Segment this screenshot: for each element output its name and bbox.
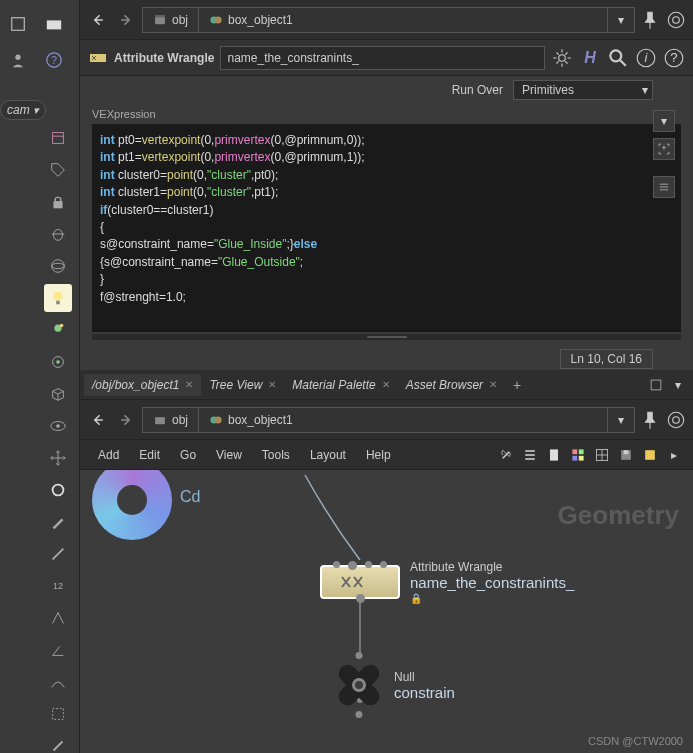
list-icon[interactable] (519, 444, 541, 466)
houdini-icon[interactable]: H (579, 47, 601, 69)
curve-icon[interactable] (44, 668, 72, 696)
slider-icon[interactable] (653, 176, 675, 198)
tab[interactable]: Tree View✕ (201, 374, 284, 396)
node-header: Attribute Wrangle H i ? (80, 40, 693, 76)
menu-edit[interactable]: Edit (129, 444, 170, 466)
back-button[interactable] (86, 8, 110, 32)
target-icon[interactable] (665, 409, 687, 431)
svg-point-2 (15, 55, 20, 60)
tab[interactable]: Material Palette✕ (284, 374, 397, 396)
menu-layout[interactable]: Layout (300, 444, 356, 466)
close-icon[interactable]: ✕ (489, 379, 497, 390)
svg-rect-23 (155, 15, 165, 17)
grid-icon[interactable] (567, 444, 589, 466)
pin-icon[interactable] (639, 409, 661, 431)
note-icon[interactable] (639, 444, 661, 466)
breadcrumb[interactable]: obj box_object1 ▾ (142, 7, 635, 33)
close-icon[interactable]: ✕ (185, 379, 193, 390)
svg-rect-22 (155, 17, 165, 24)
target-icon[interactable] (44, 348, 72, 376)
node-type: Null (394, 670, 455, 684)
code-editor[interactable]: int pt0=vertexpoint(0,primvertex(0,@prim… (92, 124, 681, 332)
cube-icon[interactable] (44, 380, 72, 408)
svg-point-12 (54, 292, 63, 301)
tool-icon[interactable] (40, 10, 68, 38)
forward-button[interactable] (114, 408, 138, 432)
svg-rect-40 (651, 380, 661, 390)
menu-add[interactable]: Add (88, 444, 129, 466)
dropdown-icon[interactable]: ▾ (653, 110, 675, 132)
forward-button[interactable] (114, 8, 138, 32)
select-icon[interactable] (44, 700, 72, 728)
menu-view[interactable]: View (206, 444, 252, 466)
save-icon[interactable] (615, 444, 637, 466)
bug-icon[interactable] (44, 220, 72, 248)
caret-icon[interactable]: ▸ (663, 444, 685, 466)
node-attribute-wrangle[interactable]: Attribute Wrangle name_the_constranints_… (320, 560, 574, 604)
light2-icon[interactable] (44, 316, 72, 344)
close-icon[interactable]: ✕ (268, 379, 276, 390)
close-icon[interactable]: ✕ (382, 379, 390, 390)
svg-rect-59 (624, 450, 629, 454)
gear-icon[interactable] (551, 47, 573, 69)
camera-dropdown[interactable]: cam ▾ (0, 100, 46, 120)
pin-icon[interactable] (639, 9, 661, 31)
svg-point-45 (673, 416, 680, 423)
pane-icon[interactable] (645, 374, 667, 396)
tag-icon[interactable] (44, 156, 72, 184)
search-icon[interactable] (607, 47, 629, 69)
person-icon[interactable] (4, 46, 32, 74)
svg-point-30 (610, 50, 621, 61)
svg-line-31 (620, 60, 626, 65)
light-icon[interactable] (44, 284, 72, 312)
menu-icon[interactable]: ▾ (667, 374, 689, 396)
layout-icon[interactable] (591, 444, 613, 466)
sweep-icon[interactable] (44, 604, 72, 632)
lock-icon[interactable] (44, 188, 72, 216)
resize-handle[interactable] (92, 334, 681, 340)
measure-icon[interactable]: 12 (44, 572, 72, 600)
lock-icon: 🔒 (410, 593, 574, 604)
wrangle-icon (88, 48, 108, 68)
target-icon[interactable] (665, 9, 687, 31)
pen-icon[interactable] (44, 540, 72, 568)
network-view[interactable]: Cd Geometry Attribute Wrangle name_the_c… (80, 470, 693, 753)
expand-icon[interactable]: + (653, 138, 675, 160)
node-null[interactable]: Null constrain (334, 660, 455, 710)
eye-icon[interactable] (44, 412, 72, 440)
menu-bar: AddEditGoViewToolsLayoutHelp ▸ (80, 440, 693, 470)
shelf-icon[interactable] (44, 124, 72, 152)
tool-icon[interactable] (44, 732, 72, 753)
move-icon[interactable] (44, 444, 72, 472)
page-icon[interactable] (543, 444, 565, 466)
angle-icon[interactable] (44, 636, 72, 664)
globe-icon[interactable] (44, 252, 72, 280)
help-icon[interactable]: ? (40, 46, 68, 74)
tab-bar: /obj/box_object1✕Tree View✕Material Pale… (80, 370, 693, 400)
add-tab-button[interactable]: + (505, 373, 529, 397)
brush-icon[interactable] (44, 508, 72, 536)
wrench-icon[interactable] (495, 444, 517, 466)
node-name-input[interactable] (220, 46, 545, 70)
menu-go[interactable]: Go (170, 444, 206, 466)
menu-tools[interactable]: Tools (252, 444, 300, 466)
svg-rect-13 (56, 301, 60, 305)
svg-rect-52 (579, 449, 584, 454)
svg-point-15 (60, 324, 64, 328)
back-button[interactable] (86, 408, 110, 432)
node-type-label: Attribute Wrangle (114, 51, 214, 65)
info-icon[interactable]: i (635, 47, 657, 69)
svg-point-20 (53, 485, 64, 496)
tab[interactable]: Asset Browser✕ (398, 374, 505, 396)
svg-rect-53 (572, 455, 577, 460)
circle-icon[interactable] (44, 476, 72, 504)
path-bar: obj box_object1 ▾ (80, 0, 693, 40)
svg-rect-51 (572, 449, 577, 454)
node-type: Attribute Wrangle (410, 560, 574, 574)
breadcrumb[interactable]: obj box_object1 ▾ (142, 407, 635, 433)
run-over-dropdown[interactable]: Primitives (513, 80, 653, 100)
help-icon[interactable]: ? (663, 47, 685, 69)
tab[interactable]: /obj/box_object1✕ (84, 374, 201, 396)
menu-help[interactable]: Help (356, 444, 401, 466)
tool-icon[interactable] (4, 10, 32, 38)
